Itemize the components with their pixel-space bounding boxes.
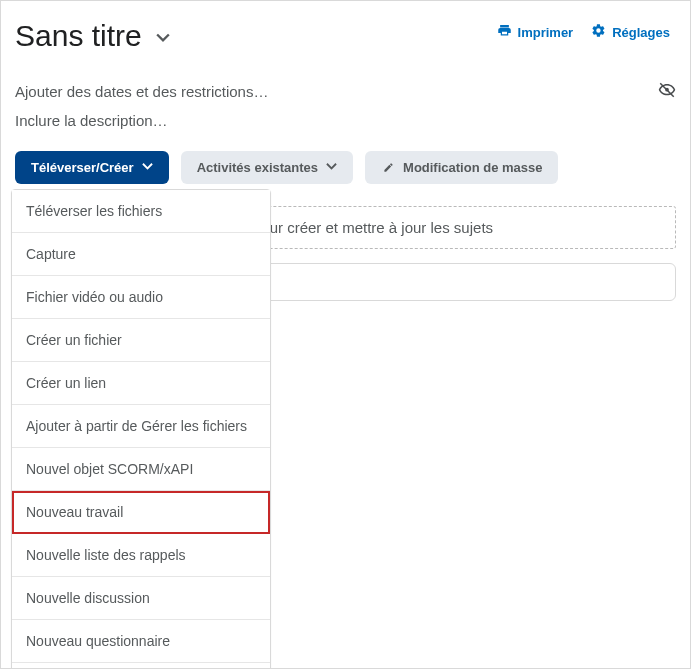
upload-menu-item[interactable]: Créer un fichier xyxy=(12,319,270,362)
upload-menu-item[interactable]: Nouveau travail xyxy=(12,491,270,534)
print-label: Imprimer xyxy=(518,25,574,40)
bulk-edit-label: Modification de masse xyxy=(403,160,542,175)
upload-menu-item[interactable]: Créer un lien xyxy=(12,362,270,405)
upload-menu-item[interactable]: Capture xyxy=(12,233,270,276)
add-dates-restrictions[interactable]: Ajouter des dates et des restrictions… xyxy=(15,83,268,100)
existing-activities-button[interactable]: Activités existantes xyxy=(181,151,353,184)
chevron-down-icon xyxy=(142,160,153,175)
upload-menu-item[interactable]: Nouvelle discussion xyxy=(12,577,270,620)
chevron-down-icon xyxy=(326,160,337,175)
existing-activities-label: Activités existantes xyxy=(197,160,318,175)
title-chevron-icon xyxy=(156,20,170,52)
upload-menu-item[interactable]: Fichier vidéo ou audio xyxy=(12,276,270,319)
print-icon xyxy=(497,23,512,41)
print-button[interactable]: Imprimer xyxy=(497,23,574,41)
edit-icon xyxy=(381,161,395,175)
gear-icon xyxy=(591,23,606,41)
upload-create-label: Téléverser/Créer xyxy=(31,160,134,175)
upload-menu-item[interactable]: Nouvel objet SCORM/xAPI xyxy=(12,448,270,491)
visibility-off-icon[interactable] xyxy=(658,81,676,102)
upload-create-button[interactable]: Téléverser/Créer xyxy=(15,151,169,184)
upload-create-menu: Téléverser les fichiersCaptureFichier vi… xyxy=(11,189,271,669)
upload-menu-item[interactable]: Nouveau sondage xyxy=(12,663,270,669)
page-title: Sans titre xyxy=(15,19,142,53)
upload-menu-item[interactable]: Téléverser les fichiers xyxy=(12,190,270,233)
bulk-edit-button[interactable]: Modification de masse xyxy=(365,151,558,184)
add-description[interactable]: Inclure la description… xyxy=(15,112,168,129)
upload-menu-item[interactable]: Ajouter à partir de Gérer les fichiers xyxy=(12,405,270,448)
upload-menu-item[interactable]: Nouvelle liste des rappels xyxy=(12,534,270,577)
settings-label: Réglages xyxy=(612,25,670,40)
upload-menu-item[interactable]: Nouveau questionnaire xyxy=(12,620,270,663)
settings-button[interactable]: Réglages xyxy=(591,23,670,41)
